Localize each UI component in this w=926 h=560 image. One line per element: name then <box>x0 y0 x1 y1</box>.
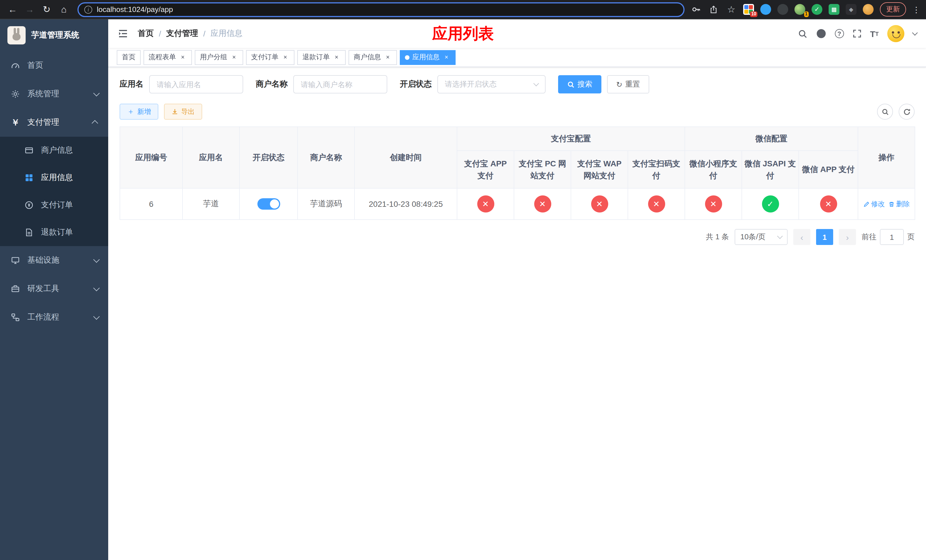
table-mini-tools <box>877 104 915 120</box>
sidebar-item-refund-order[interactable]: 退款订单 <box>0 219 108 246</box>
home-icon[interactable]: ⌂ <box>56 2 72 17</box>
cell-app-name: 芋道 <box>183 188 239 219</box>
tab-refund-order[interactable]: 退款订单 × <box>297 50 346 65</box>
reset-button[interactable]: ↻ 重置 <box>607 75 649 94</box>
search-button[interactable]: 搜索 <box>558 75 601 94</box>
main-area: 首页 / 支付管理 / 应用信息 应用列表 ? <box>108 20 926 560</box>
sidebar-item-label: 工作流程 <box>27 312 59 322</box>
plus-icon: ＋ <box>127 106 135 117</box>
cell-merchant: 芋道源码 <box>298 188 354 219</box>
delete-link[interactable]: 删除 <box>888 199 910 209</box>
workflow-icon <box>10 313 21 322</box>
col-wechat-mini: 微信小程序支付 <box>685 151 742 188</box>
reload-icon[interactable]: ↻ <box>39 2 54 17</box>
sidebar-item-label: 支付管理 <box>27 117 59 128</box>
avatar-caret-icon[interactable] <box>912 30 918 36</box>
site-info-icon[interactable]: i <box>84 5 92 14</box>
extension-pin-icon[interactable]: ◆ <box>846 4 856 15</box>
enabled-switch[interactable] <box>257 198 280 210</box>
browser-toolbar: ← → ↻ ⌂ i localhost:1024/pay/app ☆ 10 1 <box>0 0 926 20</box>
sidebar-item-home[interactable]: 首页 <box>0 51 108 80</box>
breadcrumb-separator: / <box>203 29 206 38</box>
edit-link[interactable]: 修改 <box>863 199 885 209</box>
app-name-input[interactable] <box>149 75 243 94</box>
sidebar-item-system[interactable]: 系统管理 <box>0 80 108 108</box>
forward-icon[interactable]: → <box>22 2 38 17</box>
tab-close-icon[interactable]: × <box>333 53 340 61</box>
download-icon <box>171 108 178 115</box>
sidebar-logo[interactable]: 芋道管理系统 <box>0 20 108 51</box>
sidebar-item-app-info[interactable]: 应用信息 <box>0 164 108 191</box>
extension-chat-icon[interactable]: ▩ <box>829 4 840 15</box>
search-icon[interactable] <box>797 29 807 38</box>
tab-merchant-info[interactable]: 商户信息 × <box>348 50 397 65</box>
cell-ops: 修改 删除 <box>858 188 915 219</box>
extension-grid-icon[interactable]: 10 <box>743 4 754 15</box>
browser-menu-icon[interactable]: ⋮ <box>912 5 920 14</box>
tab-close-icon[interactable]: × <box>179 53 187 61</box>
sidebar-item-merchant-info[interactable]: 商户信息 <box>0 137 108 164</box>
github-icon[interactable] <box>816 29 826 39</box>
bookmark-star-icon[interactable]: ☆ <box>726 4 737 15</box>
col-alipay-app: 支付宝 APP 支付 <box>457 151 514 188</box>
sidebar-item-pay-order[interactable]: 支付订单 <box>0 191 108 219</box>
status-select[interactable]: 请选择开启状态 <box>437 75 546 94</box>
sidebar-item-payment[interactable]: ￥ 支付管理 <box>0 108 108 137</box>
payment-submenu: 商户信息 应用信息 支付订单 <box>0 137 108 246</box>
search-button-label: 搜索 <box>578 79 592 89</box>
toggle-search-icon[interactable] <box>877 104 893 120</box>
tab-app-info[interactable]: 应用信息 × <box>400 50 455 65</box>
user-avatar[interactable] <box>887 25 904 42</box>
toolbox-icon <box>10 284 21 294</box>
sidebar-item-label: 支付订单 <box>41 200 73 210</box>
export-button[interactable]: 导出 <box>164 104 202 120</box>
tab-label: 用户分组 <box>200 52 227 62</box>
page-size-select[interactable]: 10条/页 <box>735 229 788 245</box>
update-button[interactable]: 更新 <box>880 2 906 17</box>
tab-user-group[interactable]: 用户分组 × <box>195 50 243 65</box>
password-key-icon[interactable] <box>690 4 702 15</box>
logo-title: 芋道管理系统 <box>31 30 79 41</box>
extension-check-icon[interactable]: ✓ <box>811 4 822 15</box>
prev-page-button[interactable]: ‹ <box>793 229 810 245</box>
breadcrumb-separator: / <box>159 29 161 38</box>
sidebar-toggle-icon[interactable] <box>117 28 129 39</box>
breadcrumb-payment[interactable]: 支付管理 <box>166 29 198 39</box>
breadcrumb: 首页 / 支付管理 / 应用信息 <box>138 29 243 39</box>
tab-pay-order[interactable]: 支付订单 × <box>246 50 294 65</box>
extension-dark-icon[interactable] <box>777 4 788 15</box>
sidebar-item-devtools[interactable]: 研发工具 <box>0 275 108 303</box>
tab-home[interactable]: 首页 <box>117 50 141 65</box>
back-icon[interactable]: ← <box>5 2 21 17</box>
sidebar-item-label: 退款订单 <box>41 227 73 238</box>
col-group-wechat: 微信配置 <box>685 127 858 151</box>
extension-avatar-icon[interactable]: 1 <box>794 4 805 15</box>
page-number-1[interactable]: 1 <box>816 229 833 245</box>
merchant-name-input[interactable] <box>293 75 387 94</box>
breadcrumb-home[interactable]: 首页 <box>138 29 154 39</box>
tab-close-icon[interactable]: × <box>384 53 392 61</box>
export-button-label: 导出 <box>181 107 195 117</box>
filter-form: 应用名 商户名称 开启状态 请选择开启状态 <box>120 75 915 94</box>
extension-blue-icon[interactable] <box>760 4 771 15</box>
extension-face-icon[interactable] <box>863 4 874 15</box>
help-icon[interactable]: ? <box>835 29 844 38</box>
sidebar-item-workflow[interactable]: 工作流程 <box>0 303 108 331</box>
goto-page-input[interactable] <box>880 229 904 245</box>
address-bar[interactable]: i localhost:1024/pay/app <box>77 2 684 17</box>
next-page-button[interactable]: › <box>839 229 856 245</box>
tab-close-icon[interactable]: × <box>230 53 238 61</box>
refresh-table-icon[interactable] <box>899 104 915 120</box>
share-icon[interactable] <box>708 4 719 15</box>
add-button[interactable]: ＋ 新增 <box>120 104 158 120</box>
tab-flow-form[interactable]: 流程表单 × <box>144 50 192 65</box>
sidebar-item-infra[interactable]: 基础设施 <box>0 246 108 275</box>
app-table: 应用编号 应用名 开启状态 商户名称 创建时间 支付宝配置 微信配置 操作 支付… <box>120 127 915 220</box>
app-navbar: 首页 / 支付管理 / 应用信息 应用列表 ? <box>108 20 926 48</box>
font-size-icon[interactable]: TT <box>870 29 879 38</box>
tab-close-icon[interactable]: × <box>281 53 289 61</box>
channel-status-icon: ✕ <box>648 195 665 212</box>
fullscreen-icon[interactable] <box>852 29 861 38</box>
tab-close-icon[interactable]: × <box>442 53 451 61</box>
tabs-bar: 首页 流程表单 × 用户分组 × 支付订单 × 退款订单 × <box>108 48 926 67</box>
